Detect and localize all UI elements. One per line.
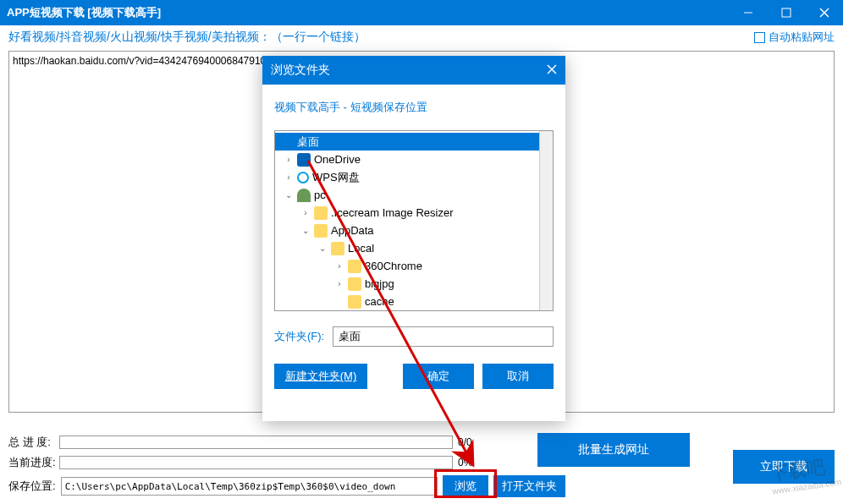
- folder-icon: [348, 277, 361, 291]
- onedrive-icon: [297, 153, 311, 167]
- bottom-panel: 总 进 度: 0/0 当前进度: 0% 批量生成网址 立即下载 保存位置: 浏览…: [8, 435, 835, 497]
- folder-icon: [331, 242, 344, 255]
- tree-item-onedrive[interactable]: ›OneDrive: [275, 151, 553, 168]
- chevron-right-icon: ›: [284, 173, 294, 182]
- folder-icon: [314, 206, 328, 220]
- dialog-description: 视频下载高手 - 短视频保存位置: [274, 100, 554, 115]
- auto-paste-label: 自动粘贴网址: [769, 30, 835, 45]
- folder-tree[interactable]: 桌面 ›OneDrive ›WPS网盘 ⌄pc ›.Icecream Image…: [274, 130, 554, 311]
- chevron-down-icon: ⌄: [317, 244, 328, 253]
- current-progress-label: 当前进度:: [8, 455, 59, 470]
- user-icon: [297, 189, 311, 202]
- save-location-input[interactable]: [61, 477, 438, 496]
- scrollbar[interactable]: [539, 131, 553, 310]
- checkbox-icon: [754, 32, 765, 43]
- ok-button[interactable]: 确定: [403, 364, 474, 389]
- current-progress-bar: [59, 456, 453, 469]
- save-location-label: 保存位置:: [8, 479, 56, 494]
- chevron-down-icon: ⌄: [284, 190, 294, 200]
- chevron-right-icon: ›: [284, 155, 294, 164]
- tree-item-360chrome[interactable]: ›360Chrome: [275, 257, 553, 275]
- batch-generate-button[interactable]: 批量生成网址: [537, 433, 690, 467]
- tree-item-pc[interactable]: ⌄pc: [275, 186, 553, 204]
- toolbar: 好看视频/抖音视频/火山视频/快手视频/美拍视频：（一行一个链接） 自动粘贴网址: [0, 25, 843, 49]
- tree-item-cache[interactable]: cache: [275, 293, 553, 310]
- title-bar: APP短视频下载 [视频下载高手]: [0, 0, 843, 25]
- dialog-title-text: 浏览文件夹: [271, 63, 330, 78]
- window-controls: [729, 0, 843, 25]
- tree-item-bigjpg[interactable]: ›bigjpg: [275, 275, 553, 293]
- cancel-button[interactable]: 取消: [482, 364, 554, 389]
- tree-item-icecream[interactable]: ›.Icecream Image Resizer: [275, 204, 553, 222]
- folder-icon: [348, 295, 361, 309]
- chevron-down-icon: ⌄: [300, 226, 311, 235]
- folder-icon: [314, 224, 328, 238]
- open-folder-button[interactable]: 打开文件夹: [493, 475, 565, 497]
- dialog-close-button[interactable]: [547, 63, 557, 77]
- total-progress-label: 总 进 度:: [8, 435, 59, 450]
- url-input-label: 好看视频/抖音视频/火山视频/快手视频/美拍视频：（一行一个链接）: [8, 30, 366, 45]
- tree-item-appdata[interactable]: ⌄AppData: [275, 222, 553, 239]
- download-button[interactable]: 立即下载: [733, 450, 835, 484]
- tree-item-local[interactable]: ⌄Local: [275, 239, 553, 257]
- browse-button[interactable]: 浏览: [443, 475, 488, 497]
- chevron-right-icon: ›: [300, 208, 311, 217]
- minimize-button[interactable]: [729, 0, 767, 25]
- svg-rect-1: [782, 8, 791, 17]
- tree-item-wps[interactable]: ›WPS网盘: [275, 168, 553, 186]
- desktop-icon: [280, 135, 294, 149]
- dialog-titlebar: 浏览文件夹: [262, 56, 565, 85]
- maximize-button[interactable]: [767, 0, 805, 25]
- folder-name-input[interactable]: [333, 326, 554, 347]
- browse-folder-dialog: 浏览文件夹 视频下载高手 - 短视频保存位置 桌面 ›OneDrive ›WPS…: [262, 56, 565, 421]
- total-progress-value: 0/0: [453, 436, 487, 448]
- wps-icon: [297, 172, 309, 184]
- close-button[interactable]: [805, 0, 843, 25]
- tree-item-desktop[interactable]: 桌面: [275, 133, 553, 151]
- window-title: APP短视频下载 [视频下载高手]: [7, 5, 161, 20]
- new-folder-button[interactable]: 新建文件夹(M): [274, 364, 367, 389]
- chevron-right-icon: ›: [334, 261, 344, 271]
- folder-icon: [348, 260, 361, 273]
- chevron-right-icon: ›: [334, 279, 344, 288]
- folder-field-label: 文件夹(F):: [274, 329, 324, 344]
- auto-paste-option[interactable]: 自动粘贴网址: [754, 30, 835, 45]
- current-progress-value: 0%: [453, 457, 487, 468]
- total-progress-bar: [59, 436, 453, 449]
